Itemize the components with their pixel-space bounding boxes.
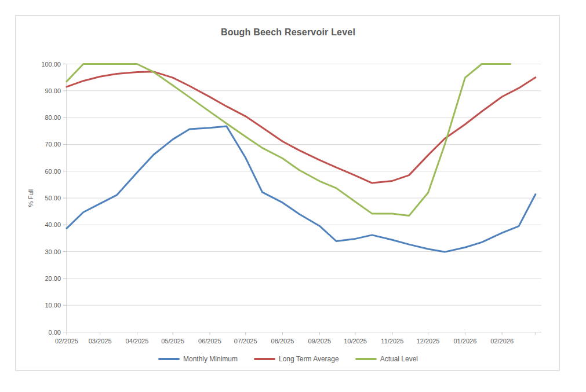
plot-area: 0.0010.0020.0030.0040.0050.0060.0070.008… (0, 0, 586, 392)
y-axis-tick-label: 10.00 (45, 302, 61, 309)
legend-label-long-term-average: Long Term Average (279, 355, 339, 363)
x-axis-tick-label: 01/2026 (453, 338, 476, 345)
x-axis-tick-label: 03/2025 (89, 338, 112, 345)
x-axis-tick-label: 02/2026 (490, 338, 514, 345)
legend-label-actual-level: Actual Level (380, 355, 418, 363)
x-axis-tick-label: 05/2025 (161, 338, 184, 345)
y-axis-tick-label: 70.00 (45, 141, 61, 148)
y-axis-title: % Full (27, 189, 34, 207)
x-axis-tick-label: 02/2025 (55, 338, 78, 345)
x-axis-tick-label: 04/2025 (126, 338, 149, 345)
x-axis-tick-label: 06/2025 (198, 338, 221, 345)
series-line-monthly-minimum (67, 126, 536, 252)
legend-line-swatch-long-term-average (254, 358, 275, 360)
series-line-long-term-average (67, 72, 536, 183)
y-axis-tick-label: 30.00 (45, 248, 61, 255)
chart-legend: Monthly Minimum Long Term Average Actual… (16, 355, 560, 363)
legend-item-long-term-average: Long Term Average (254, 355, 339, 363)
x-axis-tick-label: 08/2025 (271, 338, 294, 345)
y-axis-tick-label: 100.00 (41, 61, 61, 68)
y-axis-tick-label: 40.00 (45, 221, 61, 228)
legend-item-actual-level: Actual Level (355, 355, 418, 363)
chart-title: Bough Beech Reservoir Level (16, 27, 560, 38)
legend-line-swatch-actual-level (355, 358, 377, 360)
y-axis-tick-label: 90.00 (45, 87, 61, 94)
x-axis-tick-label: 12/2025 (417, 338, 440, 345)
x-axis-tick-label: 09/2025 (308, 338, 331, 345)
y-axis-tick-label: 0.00 (49, 329, 61, 336)
x-axis-tick-label: 11/2025 (381, 338, 403, 345)
y-axis-tick-label: 20.00 (45, 275, 61, 282)
y-axis-tick-label: 60.00 (45, 168, 61, 175)
y-axis-tick-label: 80.00 (45, 114, 61, 121)
y-axis-tick-label: 50.00 (45, 195, 61, 202)
x-axis-tick-label: 07/2025 (234, 338, 257, 345)
x-axis-tick-label: 10/2025 (344, 338, 367, 345)
legend-line-swatch-monthly-minimum (158, 358, 180, 360)
legend-item-monthly-minimum: Monthly Minimum (158, 355, 238, 363)
legend-label-monthly-minimum: Monthly Minimum (183, 355, 238, 363)
